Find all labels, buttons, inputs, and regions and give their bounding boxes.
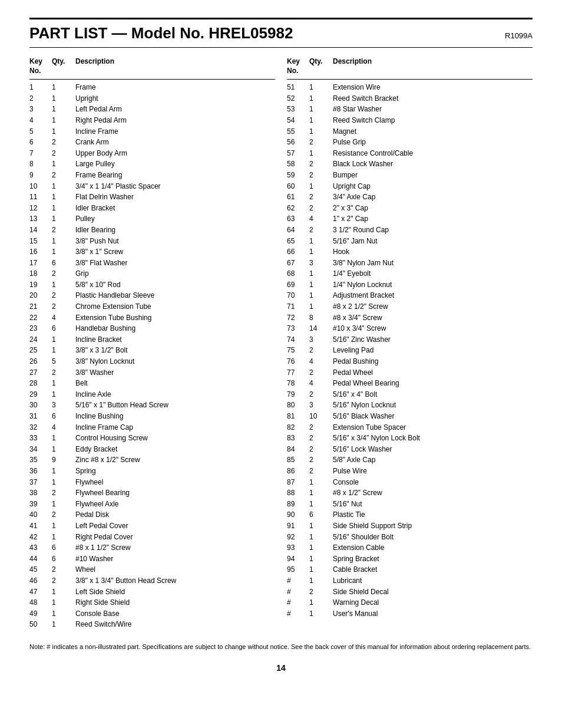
part-qty: 1 <box>52 159 75 170</box>
table-row: 52 1 Reed Switch Bracket <box>287 93 533 104</box>
table-row: 35 9 Zinc #8 x 1/2" Screw <box>29 454 275 466</box>
part-desc: Cable Bracket <box>333 564 533 575</box>
part-desc: 5/16" Zinc Washer <box>333 334 533 345</box>
table-row: 86 2 Pulse Wire <box>287 466 533 477</box>
table-row: 71 1 #8 x 2 1/2" Screw <box>287 301 533 312</box>
table-row: 14 2 Idler Bearing <box>29 225 275 236</box>
part-qty: 2 <box>52 290 75 301</box>
part-key: 46 <box>29 575 52 587</box>
part-desc: Handlebar Bushing <box>75 323 275 334</box>
table-row: 93 1 Extension Cable <box>287 542 533 554</box>
part-qty: 1 <box>309 290 333 301</box>
part-key: 90 <box>287 509 309 521</box>
part-key: 52 <box>287 93 309 104</box>
part-qty: 1 <box>309 521 333 532</box>
table-row: 49 1 Console Base <box>29 608 275 620</box>
part-qty: 9 <box>52 454 75 466</box>
part-key: 79 <box>287 389 309 400</box>
part-qty: 1 <box>52 587 75 598</box>
parts-table: KeyNo. Qty. Description 1 1 Frame 2 1 Up… <box>29 57 533 630</box>
part-desc: #8 x 1/2" Screw <box>333 487 533 499</box>
part-qty: 2 <box>52 225 75 236</box>
part-desc: Pulse Grip <box>333 137 533 148</box>
part-qty: 6 <box>52 542 75 554</box>
table-row: 65 1 5/16" Jam Nut <box>287 236 533 247</box>
part-key: 27 <box>29 367 52 378</box>
part-key: 77 <box>287 367 309 378</box>
part-qty: 2 <box>309 454 333 466</box>
part-qty: 10 <box>309 411 333 422</box>
part-desc: Bumper <box>333 170 533 181</box>
table-row: 88 1 #8 x 1/2" Screw <box>287 487 533 499</box>
part-desc: Plastic Handlebar Sleeve <box>75 290 275 301</box>
part-desc: Crank Arm <box>75 137 275 148</box>
part-qty: 2 <box>52 367 75 378</box>
part-key: 64 <box>287 225 309 236</box>
part-qty: 1 <box>309 82 333 93</box>
part-qty: 2 <box>309 367 333 378</box>
part-key: 76 <box>287 356 309 367</box>
part-desc: 3/8" Washer <box>75 367 275 378</box>
part-key: 29 <box>29 389 52 400</box>
part-qty: 3 <box>52 400 75 411</box>
table-row: 9 2 Frame Bearing <box>29 170 275 181</box>
part-desc: Extension Tube Bushing <box>75 312 275 324</box>
part-qty: 8 <box>309 312 333 324</box>
part-qty: 2 <box>309 422 333 433</box>
part-key: 93 <box>287 542 309 554</box>
part-desc: Idler Bearing <box>75 225 275 236</box>
part-key: 32 <box>29 422 52 433</box>
part-desc: 3/8" x 1 3/4" Button Head Screw <box>75 575 275 587</box>
part-desc: Side Shield Support Strip <box>333 521 533 532</box>
table-row: 68 1 1/4" Eyebolt <box>287 268 533 279</box>
part-key: 37 <box>29 477 52 488</box>
part-desc: Resistance Control/Cable <box>333 148 533 159</box>
table-row: 59 2 Bumper <box>287 170 533 181</box>
part-desc: Incline Bushing <box>75 411 275 422</box>
part-qty: 6 <box>52 323 75 334</box>
table-row: 41 1 Left Pedal Cover <box>29 521 275 532</box>
part-key: # <box>287 587 309 598</box>
table-row: 42 1 Right Pedal Cover <box>29 532 275 543</box>
part-key: 49 <box>29 608 52 620</box>
part-desc: Hook <box>333 246 533 258</box>
part-desc: Pedal Disk <box>75 509 275 521</box>
part-qty: 6 <box>52 411 75 422</box>
part-key: 47 <box>29 587 52 598</box>
part-key: 82 <box>287 422 309 433</box>
part-qty: 1 <box>52 203 75 214</box>
part-desc: Reed Switch/Wire <box>75 619 275 630</box>
part-desc: Chrome Extension Tube <box>75 301 275 312</box>
table-row: 74 3 5/16" Zinc Washer <box>287 334 533 345</box>
part-desc: Pulley <box>75 213 275 225</box>
part-desc: Large Pulley <box>75 159 275 170</box>
part-key: 2 <box>29 93 52 104</box>
part-desc: Flywheel Bearing <box>75 487 275 499</box>
part-key: 66 <box>287 246 309 258</box>
part-key: 83 <box>287 433 309 444</box>
part-qty: 2 <box>309 225 333 236</box>
part-key: 22 <box>29 312 52 324</box>
part-desc: Incline Bracket <box>75 334 275 345</box>
part-key: 94 <box>287 554 309 565</box>
part-desc: 3 1/2" Round Cap <box>333 225 533 236</box>
table-row: 48 1 Right Side Shield <box>29 597 275 608</box>
part-desc: Leveling Pad <box>333 345 533 356</box>
part-qty: 2 <box>52 575 75 587</box>
right-col-headers: KeyNo. Qty. Description <box>287 57 533 80</box>
part-desc: #10 x 3/4" Screw <box>333 323 533 334</box>
table-row: 22 4 Extension Tube Bushing <box>29 312 275 324</box>
part-key: 7 <box>29 148 52 159</box>
part-desc: 3/4" x 1 1/4" Plastic Spacer <box>75 181 275 192</box>
model-code: R1099A <box>505 31 533 40</box>
part-key: 48 <box>29 597 52 608</box>
part-desc: Extension Cable <box>333 542 533 554</box>
table-row: 32 4 Incline Frame Cap <box>29 422 275 433</box>
part-desc: 2" x 3" Cap <box>333 203 533 214</box>
part-qty: 2 <box>52 301 75 312</box>
part-desc: Right Side Shield <box>75 597 275 608</box>
part-key: 34 <box>29 444 52 455</box>
part-desc: Spring <box>75 466 275 477</box>
part-qty: 2 <box>309 466 333 477</box>
part-qty: 1 <box>309 236 333 247</box>
